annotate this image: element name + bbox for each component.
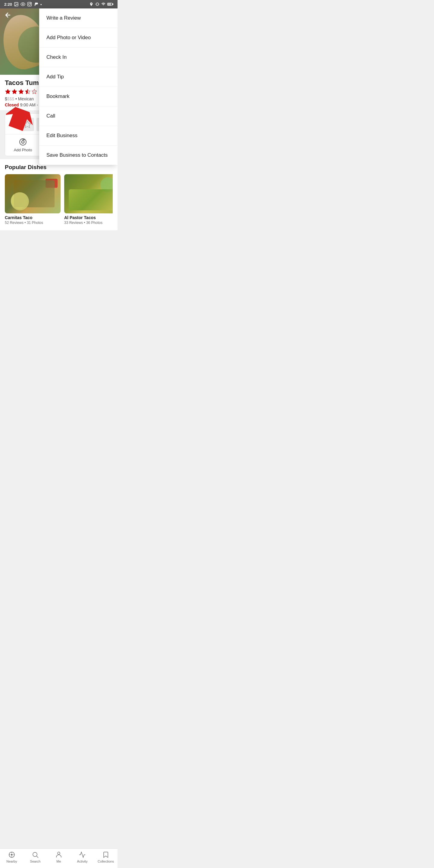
battery-icon — [107, 2, 113, 6]
rate-star-1[interactable] — [21, 118, 34, 131]
photos-icon — [14, 2, 19, 7]
svg-marker-17 — [24, 121, 31, 127]
popular-dishes-section: Popular Dishes Carnitas Taco 52 Reviews … — [0, 159, 118, 230]
dropdown-call[interactable]: Call — [39, 106, 118, 126]
dropdown-edit-business[interactable]: Edit Business — [39, 126, 118, 146]
star-3 — [18, 89, 24, 95]
price: $$$$ — [5, 96, 14, 101]
dishes-scroll: Carnitas Taco 52 Reviews • 31 Photos Al … — [5, 174, 113, 227]
dropdown-check-in[interactable]: Check In — [39, 48, 118, 67]
svg-rect-3 — [27, 2, 31, 6]
dish-meta-alpastor: 33 Reviews • 36 Photos — [64, 221, 113, 225]
svg-point-5 — [30, 3, 31, 3]
category: Mexican — [18, 96, 34, 101]
popular-dishes-title: Popular Dishes — [5, 164, 113, 170]
star-5-empty — [31, 89, 37, 95]
dish-card-carnitas[interactable]: Carnitas Taco 52 Reviews • 31 Photos — [5, 174, 61, 225]
dish-name-alpastor: Al Pastor Tacos — [64, 215, 113, 220]
svg-marker-11 — [12, 89, 17, 94]
status-bar: 2:20 • — [0, 0, 118, 8]
svg-rect-8 — [113, 4, 113, 5]
status-right — [89, 2, 113, 6]
closed-label: Closed — [5, 102, 19, 107]
svg-rect-6 — [96, 3, 98, 5]
svg-marker-10 — [5, 89, 10, 94]
dropdown-write-review[interactable]: Write a Review — [39, 8, 118, 28]
dropdown-save-business[interactable]: Save Business to Contacts — [39, 146, 118, 165]
dropdown-bookmark[interactable]: Bookmark — [39, 87, 118, 106]
dish-card-alpastor[interactable]: Al Pastor Tacos 33 Reviews • 36 Photos — [64, 174, 113, 225]
svg-point-25 — [22, 141, 24, 144]
location-icon — [89, 2, 93, 6]
nav-spacer — [0, 230, 118, 254]
svg-point-1 — [16, 3, 16, 4]
eye-icon — [21, 2, 25, 7]
add-photo-label: Add Photo — [14, 148, 32, 152]
svg-point-2 — [22, 4, 24, 5]
svg-rect-9 — [107, 3, 111, 5]
separator: • — [16, 96, 18, 101]
svg-point-22 — [20, 138, 26, 145]
wifi-icon — [101, 2, 105, 6]
add-photo-button[interactable]: Add Photo — [5, 134, 41, 156]
dot-indicator: • — [40, 2, 42, 7]
vibrate-icon — [95, 2, 99, 6]
dish-name-carnitas: Carnitas Taco — [5, 215, 61, 220]
star-2 — [11, 89, 18, 95]
svg-marker-12 — [19, 89, 24, 94]
svg-point-4 — [29, 3, 31, 5]
svg-marker-16 — [32, 89, 37, 94]
star-4-half — [25, 89, 31, 95]
dish-meta-carnitas: 52 Reviews • 31 Photos — [5, 221, 61, 225]
stars — [5, 89, 37, 95]
instagram-icon — [27, 2, 32, 7]
time: 2:20 — [4, 2, 12, 7]
status-left: 2:20 • — [4, 2, 42, 7]
dropdown-add-photo[interactable]: Add Photo or Video — [39, 28, 118, 48]
star-1 — [5, 89, 11, 95]
dropdown-add-tip[interactable]: Add Tip — [39, 67, 118, 87]
paypal-icon — [34, 2, 38, 7]
back-button[interactable] — [4, 11, 11, 21]
dropdown-menu: Write a Review Add Photo or Video Check … — [39, 8, 118, 165]
